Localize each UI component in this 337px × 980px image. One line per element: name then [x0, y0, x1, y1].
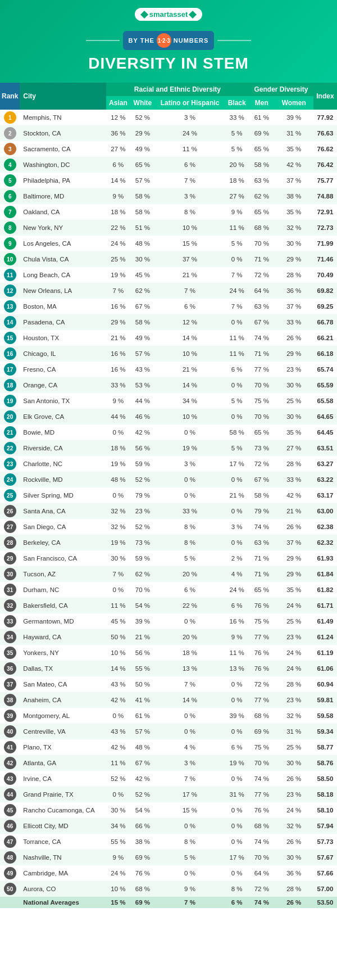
logo: smartasset — [135, 8, 203, 21]
table-row: 23 Charlotte, NC 19 % 59 % 3 % 17 % 72 %… — [0, 456, 337, 472]
black-val: 5 % — [225, 236, 249, 251]
asian-val: 44 % — [106, 409, 131, 424]
city-name: Dallas, TX — [20, 661, 106, 676]
white-val: 52 % — [130, 787, 155, 802]
rank-cell: 44 — [0, 787, 20, 802]
latino-val: 3 % — [155, 110, 225, 125]
asian-val: 52 % — [106, 771, 131, 787]
white-val: 58 % — [130, 188, 155, 204]
latino-val: 8 % — [155, 535, 225, 550]
rank-badge: 48 — [4, 851, 16, 864]
men-val: 71 % — [249, 550, 274, 566]
rank-cell: 30 — [0, 566, 20, 582]
city-name: Orange, CA — [20, 377, 106, 393]
women-val: 21 % — [275, 503, 313, 519]
men-val: 72 % — [249, 881, 274, 897]
city-name: Rancho Cucamonga, CA — [20, 802, 106, 818]
rank-cell: 47 — [0, 834, 20, 850]
city-name: New York, NY — [20, 220, 106, 236]
latino-val: 6 % — [155, 157, 225, 173]
latino-val: 20 % — [155, 566, 225, 582]
table-row: 36 Dallas, TX 14 % 55 % 13 % 13 % 76 % 2… — [0, 661, 337, 676]
numbers-circle: 1·2·3 — [157, 33, 171, 48]
women-val: 24 % — [275, 802, 313, 818]
latino-val: 3 % — [155, 755, 225, 771]
men-val: 62 % — [249, 188, 274, 204]
index-val: 58.50 — [313, 771, 337, 787]
women-val: 26 % — [275, 519, 313, 535]
latino-val: 0 % — [155, 472, 225, 487]
rank-cell: 49 — [0, 865, 20, 881]
table-row: 31 Durham, NC 0 % 70 % 6 % 24 % 65 % 35 … — [0, 582, 337, 598]
rank-badge: 39 — [4, 710, 16, 722]
table-row: 18 Orange, CA 33 % 53 % 14 % 0 % 70 % 30… — [0, 377, 337, 393]
women-val: 23 % — [275, 362, 313, 377]
white-val: 52 % — [130, 519, 155, 535]
women-val: 42 % — [275, 487, 313, 503]
rank-badge: 31 — [4, 584, 16, 596]
latino-val: 24 % — [155, 125, 225, 141]
rank-cell: 13 — [0, 299, 20, 314]
asian-val: 19 % — [106, 267, 131, 283]
latino-val: 20 % — [155, 629, 225, 645]
white-val: 57 % — [130, 346, 155, 362]
men-val: 63 % — [249, 299, 274, 314]
black-val: 0 % — [225, 818, 249, 834]
women-val: 25 % — [275, 739, 313, 755]
women-val: 31 % — [275, 724, 313, 739]
table-row: 33 Germantown, MD 45 % 39 % 0 % 16 % 75 … — [0, 613, 337, 629]
asian-val: 29 % — [106, 314, 131, 330]
index-val: 57.66 — [313, 865, 337, 881]
men-val: 76 % — [249, 598, 274, 613]
index-val: 58.76 — [313, 755, 337, 771]
city-name: Stockton, CA — [20, 125, 106, 141]
asian-val: 7 % — [106, 566, 131, 582]
index-val: 59.58 — [313, 708, 337, 724]
men-val: 77 % — [249, 787, 274, 802]
city-name: Rockville, MD — [20, 472, 106, 487]
white-val: 41 % — [130, 692, 155, 708]
index-val: 72.91 — [313, 204, 337, 220]
rank-badge: 35 — [4, 647, 16, 659]
table-row: 9 Los Angeles, CA 24 % 48 % 15 % 5 % 70 … — [0, 236, 337, 251]
women-val: 35 % — [275, 424, 313, 440]
rank-cell: 6 — [0, 188, 20, 204]
men-val: 72 % — [249, 267, 274, 283]
city-name: Oakland, CA — [20, 204, 106, 220]
rank-cell: 5 — [0, 173, 20, 188]
city-name: Anaheim, CA — [20, 692, 106, 708]
white-val: 54 % — [130, 598, 155, 613]
rank-badge: 23 — [4, 458, 16, 470]
asian-val: 10 % — [106, 881, 131, 897]
numbers-suffix: NUMBERS — [174, 37, 209, 44]
latino-val: 10 % — [155, 220, 225, 236]
rank-cell: 20 — [0, 409, 20, 424]
asian-val: 18 % — [106, 440, 131, 456]
rank-badge: 50 — [4, 883, 16, 895]
black-val: 5 % — [225, 393, 249, 409]
black-val: 18 % — [225, 173, 249, 188]
rank-badge: 34 — [4, 631, 16, 643]
rank-badge: 49 — [4, 867, 16, 879]
rank-cell: 7 — [0, 204, 20, 220]
rank-badge: 16 — [4, 347, 16, 360]
city-name: Chula Vista, CA — [20, 251, 106, 267]
men-val: 74 % — [249, 771, 274, 787]
table-row: 29 San Francisco, CA 30 % 59 % 5 % 2 % 7… — [0, 550, 337, 566]
city-name: Germantown, MD — [20, 613, 106, 629]
index-val: 62.32 — [313, 535, 337, 550]
women-val: 32 % — [275, 220, 313, 236]
table-row: 42 Atlanta, GA 11 % 67 % 3 % 19 % 70 % 3… — [0, 755, 337, 771]
women-val: 30 % — [275, 850, 313, 865]
men-val: 69 % — [249, 125, 274, 141]
city-name: Nashville, TN — [20, 850, 106, 865]
table-row: 44 Grand Prairie, TX 0 % 52 % 17 % 31 % … — [0, 787, 337, 802]
latino-val: 0 % — [155, 487, 225, 503]
asian-val: 10 % — [106, 645, 131, 661]
white-val: 55 % — [130, 661, 155, 676]
men-val: 76 % — [249, 802, 274, 818]
black-val: 0 % — [225, 802, 249, 818]
right-line — [217, 40, 251, 41]
asian-val: 36 % — [106, 125, 131, 141]
table-row: 41 Plano, TX 42 % 48 % 4 % 6 % 75 % 25 %… — [0, 739, 337, 755]
